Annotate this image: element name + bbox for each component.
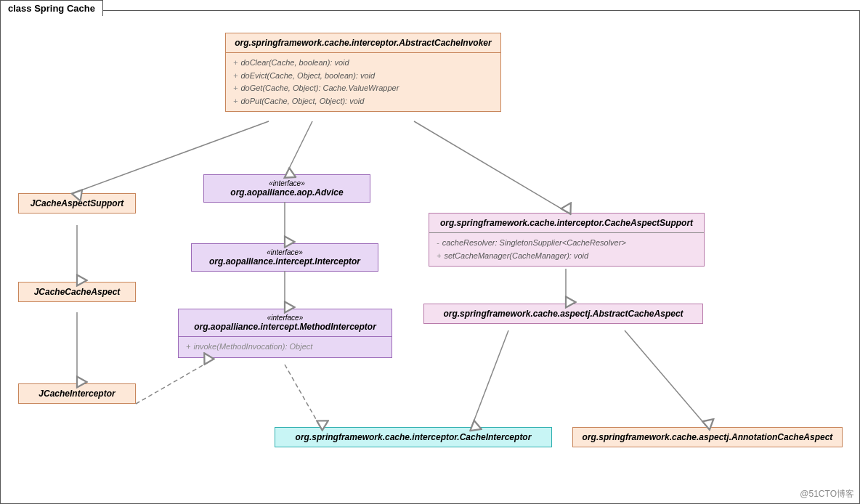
- box-jcache-interceptor: JCacheInterceptor: [18, 383, 136, 404]
- box-abstract-cache-aspect: org.springframework.cache.aspectj.Abstra…: [423, 304, 703, 324]
- box-title-advice: «interface» org.aopalliance.aop.Advice: [204, 175, 370, 202]
- box-method-interceptor: «interface» org.aopalliance.intercept.Me…: [178, 309, 392, 358]
- box-title-annotation-cache-aspect: org.springframework.cache.aspectj.Annota…: [573, 428, 842, 447]
- box-title-abstract-cache-invoker: org.springframework.cache.interceptor.Ab…: [226, 33, 500, 52]
- box-title-abstract-cache-aspect: org.springframework.cache.aspectj.Abstra…: [424, 304, 702, 323]
- box-title-jcache-interceptor: JCacheInterceptor: [19, 384, 135, 403]
- diagram-container: class Spring Cache org.springframework.c…: [0, 0, 860, 504]
- box-title-interceptor: «interface» org.aopalliance.intercept.In…: [192, 244, 378, 271]
- box-abstract-cache-invoker: org.springframework.cache.interceptor.Ab…: [225, 33, 501, 112]
- box-title-method-interceptor: «interface» org.aopalliance.intercept.Me…: [179, 309, 392, 336]
- box-title-cache-aspect-support: org.springframework.cache.interceptor.Ca…: [429, 214, 704, 232]
- box-title-jcache-cache-aspect: JCacheCacheAspect: [19, 283, 135, 301]
- box-cache-aspect-support: org.springframework.cache.interceptor.Ca…: [429, 213, 705, 267]
- box-interceptor: «interface» org.aopalliance.intercept.In…: [191, 243, 378, 272]
- box-title-cache-interceptor: org.springframework.cache.interceptor.Ca…: [275, 428, 551, 447]
- box-advice: «interface» org.aopalliance.aop.Advice: [203, 174, 370, 203]
- box-title-jcache-aspect-support: JCacheAspectSupport: [19, 194, 135, 213]
- box-cache-interceptor: org.springframework.cache.interceptor.Ca…: [275, 427, 552, 447]
- box-body-abstract-cache-invoker: +doClear(Cache, boolean): void +doEvict(…: [226, 53, 500, 111]
- box-body-method-interceptor: +invoke(MethodInvocation): Object: [179, 337, 392, 357]
- diagram-title: class Spring Cache: [0, 0, 103, 16]
- watermark: @51CTO博客: [800, 488, 854, 500]
- box-jcache-aspect-support: JCacheAspectSupport: [18, 193, 136, 214]
- box-body-cache-aspect-support: -cacheResolver: SingletonSupplier<CacheR…: [429, 233, 704, 266]
- box-annotation-cache-aspect: org.springframework.cache.aspectj.Annota…: [572, 427, 843, 447]
- box-jcache-cache-aspect: JCacheCacheAspect: [18, 282, 136, 302]
